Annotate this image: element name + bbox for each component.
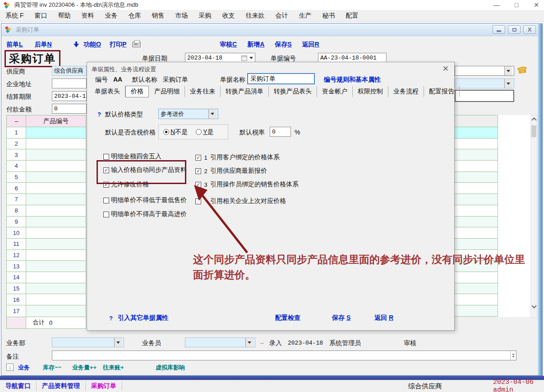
table-row[interactable]: 11	[7, 239, 86, 250]
numbering-rule-link[interactable]: 编号规则和基本属性	[324, 76, 381, 84]
table-row[interactable]	[455, 272, 498, 283]
volume-link[interactable]: 业务量++	[72, 364, 97, 372]
table-row[interactable]	[455, 294, 498, 305]
product-cell[interactable]	[26, 183, 86, 194]
accounts-link[interactable]: 往来账+	[103, 364, 124, 372]
product-cell[interactable]	[26, 127, 86, 138]
calendar-icon[interactable]	[241, 55, 247, 61]
menu-item[interactable]: 系统 F	[0, 12, 29, 20]
dialog-tab[interactable]: 转换产品表头	[269, 86, 317, 97]
toolbar-link[interactable]: 保存S	[275, 41, 291, 49]
table-row[interactable]	[455, 161, 498, 172]
print-button[interactable]: 打印P	[110, 41, 126, 49]
radio-no[interactable]: N不是	[163, 128, 188, 136]
note-scroll-icon[interactable]	[510, 351, 516, 360]
stock-link[interactable]: 库存~~	[43, 364, 61, 372]
biz-link[interactable]: 业务	[18, 364, 30, 372]
menu-item[interactable]: 采购	[193, 12, 217, 20]
product-cell[interactable]	[26, 227, 86, 238]
help-icon[interactable]: ?	[97, 111, 101, 118]
scroll-down-icon[interactable]	[531, 303, 536, 308]
table-row[interactable]: 2	[7, 138, 86, 150]
dialog-tab[interactable]: 配置报告	[424, 86, 460, 97]
product-cell[interactable]	[26, 294, 86, 305]
table-row[interactable]: 15	[7, 283, 86, 295]
statusbar-tab[interactable]: 产品资料管理	[37, 382, 86, 391]
dialog-tab[interactable]: 资金帐户	[317, 86, 353, 97]
table-row[interactable]: 8	[7, 205, 86, 217]
table-row[interactable]: 5	[7, 172, 86, 183]
checkbox-row[interactable]: 明细单价不得低于最低售价	[103, 196, 187, 204]
statusbar-tab[interactable]: 导航窗口	[0, 382, 37, 391]
table-row[interactable]: 14	[7, 272, 86, 283]
checkbox-icon[interactable]	[195, 168, 201, 174]
table-row[interactable]: 16	[7, 294, 86, 305]
toolbar-link[interactable]: 前单L	[6, 41, 23, 49]
menu-item[interactable]: 资料	[76, 12, 99, 20]
menu-item[interactable]: 往来款	[240, 12, 270, 20]
checkbox-row[interactable]: 1 引用客户绑定的价格体系	[195, 153, 280, 161]
virtual-stock-link[interactable]: 虚拟库影响	[156, 364, 185, 372]
table-row[interactable]: 4	[7, 161, 86, 172]
close-button[interactable]: ✕	[532, 1, 540, 9]
table-row[interactable]	[455, 305, 498, 317]
table-row[interactable]	[455, 183, 498, 194]
chevron-down-icon[interactable]	[249, 57, 253, 61]
toolbar-link[interactable]: 后单N	[35, 41, 52, 49]
staff-dropdown[interactable]	[185, 337, 255, 347]
amount-input[interactable]: 0	[52, 104, 87, 114]
dialog-tab[interactable]: 单据表头	[90, 86, 125, 97]
tax-rate-input[interactable]: 0	[270, 127, 291, 137]
supplier-field[interactable]: 综合供应商	[52, 66, 87, 76]
product-cell[interactable]	[26, 172, 86, 183]
import-properties-link[interactable]: 引入其它单据属性	[118, 314, 168, 322]
toolbar-link[interactable]: 新增A	[247, 41, 264, 49]
dialog-close-icon[interactable]: ✕	[443, 64, 449, 74]
checkbox-row[interactable]: 2 引用供应商最新报价	[195, 167, 267, 175]
table-row[interactable]	[455, 194, 498, 205]
table-row[interactable]: 3	[7, 149, 86, 161]
biz-doc-icon[interactable]: ↕	[6, 364, 14, 371]
dialog-tab[interactable]: 产品明细	[149, 86, 185, 97]
menu-item[interactable]: 配置	[340, 12, 364, 20]
table-row[interactable]	[455, 127, 498, 138]
toolbar-link[interactable]: 审核C	[220, 41, 237, 49]
dialog-tab[interactable]: 业务往来	[185, 86, 221, 97]
menu-item[interactable]: 仓库	[123, 12, 146, 20]
toolbar-link[interactable]: 返回R	[302, 41, 319, 49]
address-dropdown[interactable]	[455, 78, 514, 88]
table-row[interactable]	[455, 217, 498, 228]
chevron-down-icon[interactable]	[208, 109, 216, 119]
table-row[interactable]: 13	[7, 261, 86, 272]
checkbox-row[interactable]: 明细金额四舍五入	[103, 152, 161, 161]
menu-item[interactable]: 会计	[270, 12, 293, 20]
product-cell[interactable]	[26, 239, 86, 249]
phone-icon[interactable]: ☎	[516, 64, 529, 76]
menu-item[interactable]: 帮助	[52, 12, 76, 20]
table-row[interactable]	[455, 138, 498, 150]
table-row[interactable]	[455, 172, 498, 183]
address-field[interactable]	[52, 78, 87, 88]
child-minimize-button[interactable]	[493, 25, 505, 34]
help-icon[interactable]: ?	[109, 315, 113, 322]
chevron-down-icon[interactable]	[504, 66, 512, 75]
dialog-tab[interactable]: 业务流程	[388, 86, 424, 97]
product-cell[interactable]	[26, 149, 86, 160]
product-cell[interactable]	[26, 138, 86, 149]
right-text-input[interactable]	[455, 90, 514, 102]
product-cell[interactable]	[26, 305, 86, 317]
table-row[interactable]	[455, 239, 498, 250]
checkbox-icon[interactable]	[103, 212, 109, 217]
table-row[interactable]: 12	[7, 250, 86, 261]
chevron-down-icon[interactable]	[114, 338, 122, 347]
menu-item[interactable]: 销售	[146, 12, 170, 20]
product-cell[interactable]	[26, 272, 86, 283]
product-cell[interactable]	[26, 161, 86, 171]
scroll-up-icon[interactable]	[531, 117, 536, 122]
printer-icon[interactable]	[132, 42, 141, 47]
due-input[interactable]: 2023-04-18	[52, 91, 87, 101]
table-row[interactable]	[455, 149, 498, 161]
doc-name-input[interactable]: 采购订单	[247, 73, 315, 84]
checkbox-icon[interactable]	[195, 155, 201, 161]
checkbox-row[interactable]: 明细单价不得高于最高进价	[103, 210, 187, 218]
